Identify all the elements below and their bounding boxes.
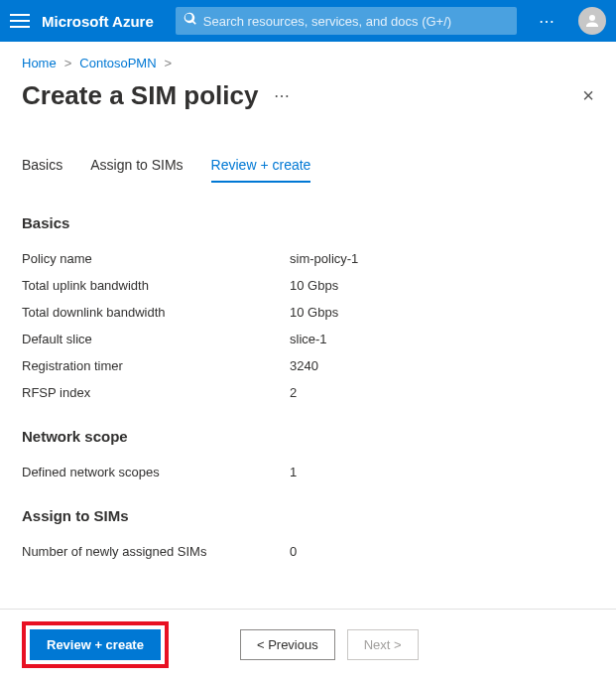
search-icon: [184, 12, 197, 30]
breadcrumb-home[interactable]: Home: [22, 56, 57, 70]
value-slice: slice-1: [290, 332, 327, 346]
wizard-footer: Review + create < Previous Next >: [0, 609, 616, 680]
global-search[interactable]: [176, 7, 517, 35]
row-policy-name: Policy name sim-policy-1: [22, 245, 594, 272]
row-rfsp: RFSP index 2: [22, 379, 594, 406]
search-input[interactable]: [197, 14, 509, 29]
previous-button[interactable]: < Previous: [240, 629, 335, 660]
label-slice: Default slice: [22, 332, 290, 346]
tab-strip: Basics Assign to SIMs Review + create: [0, 149, 616, 183]
hamburger-menu-icon[interactable]: [10, 11, 30, 31]
topbar-more-icon[interactable]: ⋯: [539, 12, 556, 31]
label-downlink: Total downlink bandwidth: [22, 305, 290, 320]
next-button: Next >: [347, 629, 419, 660]
row-uplink: Total uplink bandwidth 10 Gbps: [22, 272, 594, 299]
tab-assign-sims[interactable]: Assign to SIMs: [90, 149, 183, 183]
label-sims: Number of newly assigned SIMs: [22, 544, 290, 559]
row-downlink: Total downlink bandwidth 10 Gbps: [22, 299, 594, 326]
value-scopes: 1: [290, 465, 297, 479]
value-reg-timer: 3240: [290, 358, 318, 373]
label-reg-timer: Registration timer: [22, 358, 290, 373]
user-avatar[interactable]: [578, 7, 606, 35]
tab-basics[interactable]: Basics: [22, 149, 62, 183]
value-policy-name: sim-policy-1: [290, 251, 358, 266]
section-network-title: Network scope: [22, 428, 594, 445]
breadcrumb-sep: >: [64, 56, 72, 70]
tab-review-create[interactable]: Review + create: [211, 149, 311, 183]
value-downlink: 10 Gbps: [290, 305, 338, 320]
row-default-slice: Default slice slice-1: [22, 326, 594, 352]
page-header: Create a SIM policy ⋯ ×: [0, 76, 616, 129]
label-uplink: Total uplink bandwidth: [22, 278, 290, 293]
close-icon[interactable]: ×: [582, 84, 594, 107]
section-assign-title: Assign to SIMs: [22, 507, 594, 524]
breadcrumb-item[interactable]: ContosoPMN: [79, 56, 156, 70]
review-create-button[interactable]: Review + create: [30, 629, 161, 660]
value-rfsp: 2: [290, 385, 297, 400]
page-title: Create a SIM policy: [22, 80, 258, 111]
page-more-icon[interactable]: ⋯: [274, 86, 292, 105]
row-reg-timer: Registration timer 3240: [22, 352, 594, 379]
value-uplink: 10 Gbps: [290, 278, 338, 293]
value-sims: 0: [290, 544, 297, 559]
top-bar: Microsoft Azure ⋯: [0, 0, 616, 42]
row-scopes: Defined network scopes 1: [22, 459, 594, 485]
label-rfsp: RFSP index: [22, 385, 290, 400]
highlight-box: Review + create: [22, 621, 169, 668]
label-scopes: Defined network scopes: [22, 465, 290, 479]
label-policy-name: Policy name: [22, 251, 290, 266]
section-basics-title: Basics: [22, 214, 594, 231]
brand-label: Microsoft Azure: [42, 13, 154, 30]
breadcrumb-sep: >: [165, 56, 173, 70]
breadcrumb: Home > ContosoPMN >: [0, 42, 616, 76]
row-sims: Number of newly assigned SIMs 0: [22, 538, 594, 565]
review-content: Basics Policy name sim-policy-1 Total up…: [0, 183, 616, 575]
